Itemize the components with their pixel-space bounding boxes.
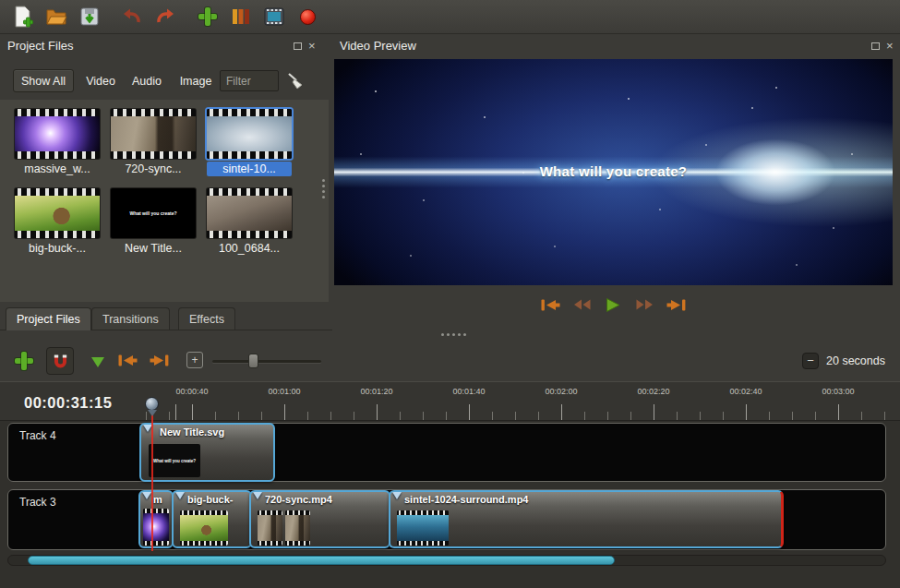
- file-thumbnail: [15, 188, 100, 238]
- fast-forward-icon: [635, 298, 654, 311]
- ruler-label: 00:00:40: [175, 387, 208, 396]
- file-item-new-title[interactable]: What will you create? New Title...: [111, 188, 196, 256]
- clip-thumb-text: What will you create?: [153, 459, 196, 463]
- clip-title: m: [153, 494, 162, 505]
- clip-720-sync[interactable]: 720-sync.mp4: [249, 490, 390, 548]
- undo-button[interactable]: [118, 3, 146, 30]
- clip-thumbnail: [143, 509, 169, 546]
- file-thumbnail: [15, 109, 100, 159]
- file-item-720-sync[interactable]: 720-sync...: [111, 109, 196, 176]
- rewind-button[interactable]: [570, 294, 594, 315]
- file-item-big-buck[interactable]: big-buck-...: [15, 188, 100, 256]
- rewind-icon: [572, 298, 592, 311]
- new-project-button[interactable]: [9, 3, 37, 30]
- filter-video-button[interactable]: Video: [79, 69, 122, 92]
- clear-filter-button[interactable]: [284, 70, 306, 92]
- close-panel-icon[interactable]: ×: [308, 42, 316, 50]
- tab-effects[interactable]: Effects: [178, 307, 235, 330]
- filter-input[interactable]: [220, 70, 279, 91]
- tab-transitions[interactable]: Transitions: [91, 307, 170, 330]
- ruler-label: 00:02:20: [637, 387, 669, 396]
- panel-splitter-handle[interactable]: [322, 179, 325, 182]
- openshot-window: Project Files × Show All Video Audio Ima…: [0, 0, 900, 588]
- clip-menu-icon[interactable]: [142, 492, 151, 499]
- ruler-major-ticks: [138, 404, 894, 420]
- filter-audio-button[interactable]: Audio: [126, 69, 168, 92]
- import-files-button[interactable]: [194, 3, 222, 30]
- save-project-icon: [78, 6, 101, 28]
- file-item-sintel[interactable]: sintel-10...: [207, 109, 292, 176]
- float-panel-icon[interactable]: [294, 42, 302, 50]
- float-panel-icon[interactable]: [871, 42, 880, 50]
- broom-icon: [286, 72, 305, 90]
- razor-tool-button[interactable]: [89, 354, 107, 370]
- clip-title: New Title.svg: [160, 426, 224, 438]
- snap-toggle-button[interactable]: [46, 347, 74, 375]
- add-track-button[interactable]: [13, 350, 35, 372]
- import-files-icon: [198, 7, 217, 26]
- clip-thumbnail: [180, 510, 228, 546]
- clip-thumbnail: What will you create?: [149, 444, 200, 477]
- magnet-icon: [52, 353, 69, 370]
- file-name: big-buck-...: [15, 241, 100, 256]
- ruler-label: 00:01:20: [360, 387, 392, 396]
- zoom-slider-handle[interactable]: [248, 354, 258, 368]
- video-preview-header-buttons: ×: [871, 42, 894, 50]
- export-video-button[interactable]: [294, 3, 321, 30]
- file-item-100-0684[interactable]: 100_0684...: [207, 188, 292, 256]
- ruler-label: 00:02:00: [545, 387, 577, 396]
- playhead-stem-icon: [148, 410, 157, 416]
- ruler-label: 00:01:40: [452, 387, 485, 396]
- filter-image-button[interactable]: Image: [174, 69, 218, 92]
- file-item-massive[interactable]: massive_w...: [15, 109, 100, 176]
- playhead-timecode: 00:00:31:15: [24, 394, 112, 412]
- zoom-slider-track[interactable]: [212, 360, 321, 363]
- clip-thumbnail: [258, 510, 282, 546]
- clip-sintel[interactable]: sintel-1024-surround.mp4: [389, 490, 784, 548]
- redo-icon: [154, 6, 176, 28]
- main-toolbar: [0, 0, 900, 34]
- redo-button[interactable]: [151, 3, 179, 30]
- video-preview-title: Video Preview: [340, 39, 416, 53]
- clip-thumbnail: [397, 510, 449, 546]
- playback-controls: [538, 292, 688, 318]
- clip-big-buck[interactable]: big-buck-: [172, 490, 252, 548]
- clip-massive[interactable]: m: [138, 490, 174, 548]
- timeline-hscrollbar-thumb[interactable]: [28, 556, 615, 565]
- tab-project-files[interactable]: Project Files: [6, 307, 91, 330]
- play-button[interactable]: [601, 294, 625, 315]
- fast-forward-button[interactable]: [632, 294, 656, 315]
- save-project-button[interactable]: [76, 3, 103, 30]
- jump-to-start-button[interactable]: [538, 294, 562, 315]
- jump-to-start-icon: [540, 298, 561, 312]
- center-on-playhead-button[interactable]: +: [186, 352, 203, 368]
- close-panel-icon[interactable]: ×: [886, 42, 894, 50]
- clip-menu-icon[interactable]: [253, 492, 262, 499]
- choose-profile-button[interactable]: [227, 3, 255, 30]
- clip-menu-icon[interactable]: [175, 492, 185, 499]
- timeline-jump-end-button[interactable]: [148, 353, 170, 367]
- zoom-out-button[interactable]: −: [802, 353, 819, 369]
- horizontal-splitter-handle[interactable]: [441, 333, 444, 336]
- open-project-button[interactable]: [42, 3, 70, 30]
- jump-to-end-button[interactable]: [664, 294, 688, 315]
- clip-menu-icon[interactable]: [392, 492, 402, 499]
- clip-title: sintel-1024-surround.mp4: [404, 494, 528, 505]
- export-film-button[interactable]: [260, 3, 288, 30]
- jump-to-end-icon: [666, 298, 687, 312]
- track-name: Track 3: [19, 496, 56, 509]
- file-name: New Title...: [111, 241, 196, 256]
- ruler-label: 00:03:00: [822, 387, 854, 396]
- file-name: sintel-10...: [207, 162, 292, 176]
- jump-to-start-icon: [117, 354, 138, 367]
- playhead-handle[interactable]: [145, 397, 159, 411]
- clip-title: big-buck-: [187, 494, 234, 505]
- file-thumbnail: [207, 188, 292, 238]
- timeline-jump-start-button[interactable]: [116, 353, 138, 367]
- clip-title: 720-sync.mp4: [265, 494, 332, 505]
- export-film-icon: [263, 6, 285, 27]
- choose-profile-icon: [231, 6, 251, 27]
- filter-show-all-button[interactable]: Show All: [13, 69, 74, 92]
- file-thumbnail: [111, 109, 196, 159]
- clip-new-title[interactable]: New Title.svg What will you create?: [139, 423, 275, 482]
